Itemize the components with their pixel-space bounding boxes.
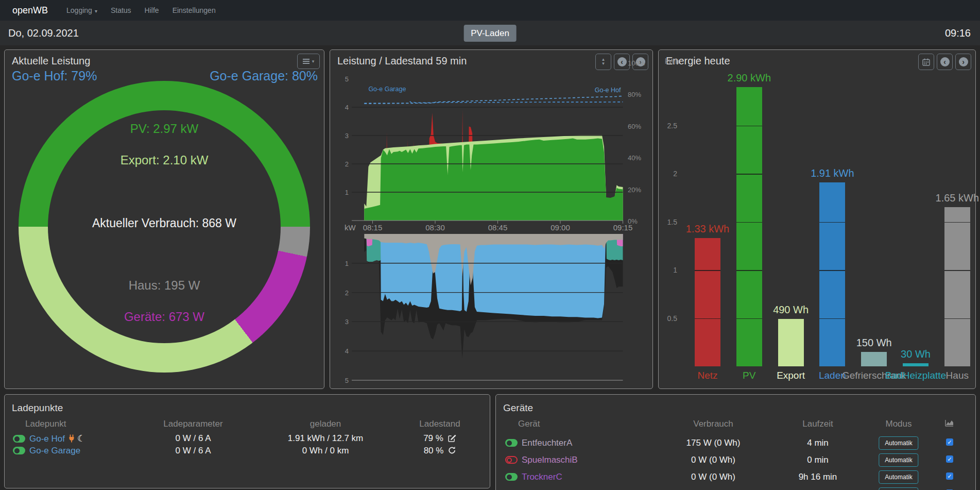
y-tick-5: 5	[345, 75, 349, 83]
current-date: Do, 02.09.2021	[8, 27, 79, 39]
ladepunkt-name[interactable]: Go-e Garage	[29, 446, 80, 455]
app-brand[interactable]: openWB	[12, 5, 48, 16]
column-header-ladepunkt: Ladepunkt	[25, 419, 66, 429]
bar-category-badheizplatte: BadHeizplatte	[885, 369, 946, 382]
pct-tick-20: 20%	[628, 186, 641, 194]
date-bar: Do, 02.09.2021 PV-Laden 09:16	[0, 21, 980, 45]
pct-tick-80: 80%	[628, 91, 641, 98]
energy-y-tick-2: 2	[659, 169, 677, 178]
energy-axis-unit: kWh	[665, 57, 679, 65]
charge-mode-button[interactable]: PV-Laden	[463, 25, 517, 42]
soc-value: 79 %	[423, 433, 443, 443]
column-header-verbrauch: Verbrauch	[693, 419, 733, 429]
navbar-menu: Logging▾StatusHilfeEinstellungen	[66, 6, 216, 14]
toggle-on-icon[interactable]	[505, 439, 518, 447]
column-header-modus: Modus	[885, 419, 912, 429]
donut-menu-button[interactable]: ▾	[297, 54, 320, 69]
table-row: TrocknerC0 W (0 Wh)9h 16 minAutomatik✓	[496, 471, 975, 484]
laufzeit-cell: 4 min	[807, 438, 829, 448]
bar-netz	[695, 238, 720, 366]
bar-badheizplatte	[903, 363, 929, 366]
ladestand-cell: 79 %	[423, 433, 456, 445]
yb-tick-5: 5	[345, 377, 349, 383]
geraet-cell: SpuelmaschiB	[505, 455, 578, 465]
energy-plot: kWh2.521.510.51.33 kWhNetz2.90 kWhPV490 …	[659, 50, 975, 388]
geraet-name[interactable]: TrocknerC	[522, 472, 562, 482]
geladen-cell: 0 Wh / 0 km	[302, 446, 349, 456]
edit-icon[interactable]	[448, 434, 456, 442]
modus-button[interactable]: Automatik	[879, 453, 918, 467]
x-tick-08:45: 08:45	[488, 223, 508, 232]
bar-category-pv: PV	[743, 369, 755, 382]
x-tick-08:30: 08:30	[425, 223, 445, 232]
table-row: EntfeuchterA175 W (0 Wh)4 minAutomatik✓	[496, 437, 975, 450]
yb-tick-3: 3	[345, 318, 349, 326]
plug-icon	[68, 434, 75, 443]
chart-visibility-checkbox[interactable]: ✓	[946, 472, 953, 480]
ladestand-cell: 80 %	[424, 446, 456, 457]
bar-pv	[736, 87, 762, 366]
ladepunkt-cell: Go-e Garage	[13, 446, 80, 456]
modus-button[interactable]: Automatik	[879, 436, 918, 450]
nav-item-einstellungen[interactable]: Einstellungen	[173, 6, 216, 14]
yb-tick-1: 1	[345, 260, 349, 267]
geraet-name[interactable]: EntfeuchterA	[522, 438, 572, 448]
toggle-on-icon[interactable]	[505, 473, 518, 481]
geraet-name[interactable]: SpuelmaschiB	[522, 455, 578, 465]
geraete-table: GerätVerbrauchLaufzeitModusEntfeuchterA1…	[496, 395, 975, 490]
modus-button[interactable]: Automatik	[879, 487, 918, 490]
pct-tick-0: 0%	[628, 217, 638, 225]
yb-tick-4: 4	[345, 347, 349, 355]
panel-energy-today: Energie heute ‹ › kWh2.521.510.51.33 kWh…	[658, 49, 976, 389]
legend-go-e-garage: Go-e Garage	[368, 86, 406, 93]
yb-tick-2: 2	[345, 289, 349, 297]
hamburger-icon: ▾	[303, 59, 315, 64]
verbrauch-cell: 175 W (0 Wh)	[686, 438, 741, 448]
ladeparameter-cell: 0 W / 6 A	[176, 446, 211, 456]
chart-visibility-checkbox[interactable]: ✓	[946, 455, 953, 463]
toggle-on-icon[interactable]	[13, 447, 25, 454]
caret-down-icon: ▾	[95, 8, 97, 14]
current-time: 09:16	[945, 27, 971, 39]
verbrauch-cell: 0 W (0 Wh)	[691, 455, 735, 465]
energy-y-tick-2.5: 2.5	[659, 121, 677, 130]
refresh-action[interactable]	[448, 447, 456, 457]
x-tick-09:00: 09:00	[551, 223, 570, 232]
chart-icon[interactable]	[945, 419, 954, 427]
toggle-on-icon[interactable]	[13, 435, 25, 443]
x-tick-08:15: 08:15	[363, 223, 383, 232]
geraet-cell: EntfeuchterA	[505, 438, 572, 448]
plug-icon-wrap	[68, 434, 75, 445]
modus-button[interactable]: Automatik	[879, 470, 918, 484]
energy-y-tick-1: 1	[659, 265, 677, 275]
pct-tick-60: 60%	[628, 123, 641, 130]
panel-power-soc-chart: Leistung / Ladestand 59 min ▲▼ ‹ › 08:15…	[330, 49, 653, 389]
ladepunkt-name[interactable]: Go-e Hof	[29, 434, 65, 444]
chart-visibility-checkbox[interactable]: ✓	[946, 438, 953, 446]
nav-item-logging[interactable]: Logging▾	[66, 6, 97, 14]
table-row: Go-e Hof☾0 W / 6 A1.91 kWh / 12.7 km79 %	[5, 433, 490, 445]
laufzeit-cell: 9h 16 min	[799, 472, 837, 482]
refresh-icon[interactable]	[448, 446, 456, 454]
table-row: SpuelmaschiB0 W (0 Wh)0 minAutomatik✓	[496, 454, 975, 467]
ladepunkte-table: LadepunktLadeparametergeladenLadestandGo…	[5, 395, 490, 488]
pct-tick-40: 40%	[628, 154, 641, 162]
ladepunkt-cell: Go-e Hof☾	[13, 433, 85, 445]
edit-action[interactable]	[448, 434, 456, 444]
bar-export	[778, 319, 804, 366]
panel-ladepunkte: Ladepunkte LadepunktLadeparametergeladen…	[4, 394, 490, 488]
bar-category-export: Export	[777, 369, 805, 382]
column-header-geladen: geladen	[310, 419, 341, 429]
chart-log-button[interactable]	[945, 419, 954, 429]
page-title-current-power: Aktuelle Leistung	[12, 55, 90, 67]
nav-item-hilfe[interactable]: Hilfe	[145, 6, 159, 14]
nav-item-status[interactable]: Status	[111, 6, 131, 14]
verbrauch-cell: 0 W (0 Wh)	[691, 472, 735, 482]
power-soc-chart: 08:1508:3008:4509:0009:15kW54321100%80%6…	[330, 57, 652, 383]
laufzeit-cell: 0 min	[807, 455, 829, 465]
bar-value-haus: 1.65 kWh	[916, 191, 980, 205]
table-row: Go-e Garage0 W / 6 A0 Wh / 0 km80 %	[5, 446, 490, 457]
panel-geraete: Geräte GerätVerbrauchLaufzeitModusEntfeu…	[495, 394, 976, 490]
toggle-off-icon[interactable]	[505, 456, 518, 464]
bar-haus	[944, 207, 970, 366]
